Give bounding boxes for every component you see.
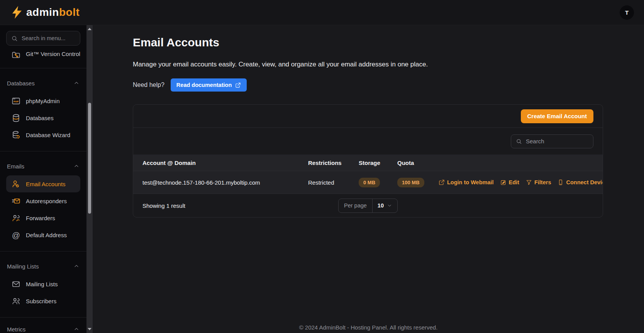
sidebar-item-email-accounts[interactable]: Email Accounts bbox=[6, 175, 80, 192]
bolt-icon bbox=[10, 4, 24, 20]
scroll-down-arrow[interactable] bbox=[86, 326, 93, 332]
sidebar-scrollbar[interactable] bbox=[86, 25, 93, 333]
sidebar-section-mailing-lists[interactable]: Mailing Lists bbox=[6, 261, 80, 272]
column-header-storage: Storage bbox=[359, 160, 397, 166]
page-title: Email Accounts bbox=[133, 36, 603, 49]
chevron-up-icon bbox=[73, 80, 80, 86]
table-search bbox=[511, 134, 593, 148]
filter-icon bbox=[526, 179, 532, 185]
connect-devices-link[interactable]: Connect Devices bbox=[558, 179, 603, 185]
sidebar-item-git-clipped: Git™ Version Control bbox=[0, 49, 86, 60]
sidebar-divider bbox=[0, 151, 86, 151]
sidebar-search-input[interactable] bbox=[22, 35, 75, 41]
sidebar-section-emails[interactable]: Emails bbox=[6, 161, 80, 172]
brand-logo[interactable]: adminbolt bbox=[10, 4, 80, 20]
results-summary: Showing 1 result bbox=[142, 202, 185, 209]
page-description: Manage your email accounts easily. Creat… bbox=[133, 61, 603, 68]
sidebar-item-label: phpMyAdmin bbox=[26, 98, 60, 104]
sidebar-item-label: Subscribers bbox=[26, 298, 56, 304]
sidebar-item-label: Mailing Lists bbox=[26, 281, 58, 287]
column-header-quota: Quota bbox=[397, 160, 439, 166]
app-window: adminbolt T Git™ Ver bbox=[0, 0, 644, 333]
help-text: Need help? bbox=[133, 82, 164, 88]
scrollbar-thumb[interactable] bbox=[88, 103, 91, 214]
table-footer: Showing 1 result Per page 10 bbox=[133, 194, 603, 217]
sidebar-item-label: Default Address bbox=[26, 232, 67, 238]
sidebar-item-label: Database Wizard bbox=[26, 132, 70, 138]
row-actions: Login to Webmail Edit bbox=[439, 179, 603, 185]
sidebar-item-forwarders[interactable]: Forwarders bbox=[6, 209, 80, 226]
login-to-webmail-link[interactable]: Login to Webmail bbox=[439, 179, 494, 185]
sidebar-item-autoresponders[interactable]: Autoresponders bbox=[6, 192, 80, 209]
sidebar-item-label: Autoresponders bbox=[26, 198, 67, 204]
chevron-up-icon bbox=[73, 263, 80, 269]
chevron-down-icon bbox=[387, 203, 392, 208]
email-accounts-icon bbox=[12, 180, 20, 189]
restrictions-cell: Restricted bbox=[308, 179, 359, 186]
column-header-restrictions: Restrictions bbox=[308, 160, 359, 166]
filters-link[interactable]: Filters bbox=[526, 179, 551, 185]
sidebar-item-databases[interactable]: Databases bbox=[6, 109, 80, 126]
database-icon bbox=[12, 114, 20, 122]
external-link-icon bbox=[439, 179, 445, 185]
main-content: Email Accounts Manage your email account… bbox=[93, 25, 644, 333]
storage-badge: 0 MB bbox=[359, 178, 380, 187]
sidebar-item-database-wizard[interactable]: Database Wizard bbox=[6, 126, 80, 143]
sidebar: Git™ Version Control Databases PHP phpMy… bbox=[0, 25, 86, 333]
edit-icon bbox=[500, 179, 507, 185]
sidebar-divider bbox=[0, 251, 86, 251]
sidebar-item-phpmyadmin[interactable]: PHP phpMyAdmin bbox=[6, 92, 80, 109]
brand-name: adminbolt bbox=[26, 6, 80, 19]
table-search-input[interactable] bbox=[526, 138, 588, 144]
sidebar-section-metrics[interactable]: Metrics bbox=[6, 324, 80, 333]
quota-badge: 100 MB bbox=[397, 178, 424, 187]
read-documentation-button[interactable]: Read documentation bbox=[171, 78, 247, 92]
chevron-up-icon bbox=[73, 163, 80, 169]
sidebar-section-databases[interactable]: Databases bbox=[6, 78, 80, 88]
sidebar-item-git-version-control[interactable]: Git™ Version Control bbox=[6, 49, 80, 60]
sidebar-divider bbox=[0, 317, 86, 318]
per-page-label: Per page bbox=[339, 199, 373, 212]
per-page-value: 10 bbox=[378, 202, 384, 209]
subscribers-icon bbox=[12, 297, 20, 306]
chevron-up-icon bbox=[73, 326, 80, 332]
create-email-account-button[interactable]: Create Email Account bbox=[521, 109, 594, 123]
table-row: test@technode.157-180-66-201.myboltip.co… bbox=[133, 171, 603, 194]
sidebar-item-label: Git™ Version Control bbox=[26, 51, 80, 57]
sidebar-item-label: Email Accounts bbox=[26, 181, 66, 187]
app-header: adminbolt T bbox=[0, 0, 644, 25]
avatar[interactable]: T bbox=[620, 5, 634, 20]
autoresponder-icon bbox=[12, 197, 20, 206]
database-wizard-icon bbox=[12, 131, 20, 139]
forwarders-icon bbox=[12, 214, 20, 223]
search-icon bbox=[516, 138, 522, 144]
envelope-icon bbox=[12, 280, 20, 289]
edit-link[interactable]: Edit bbox=[500, 179, 519, 185]
sidebar-item-label: Databases bbox=[26, 115, 54, 121]
git-folder-icon bbox=[12, 51, 20, 59]
search-icon bbox=[11, 35, 18, 42]
column-header-account: Account @ Domain bbox=[142, 160, 308, 166]
external-link-icon bbox=[235, 82, 241, 88]
account-cell: test@technode.157-180-66-201.myboltip.co… bbox=[142, 179, 308, 186]
sidebar-item-subscribers[interactable]: Subscribers bbox=[6, 292, 80, 309]
email-accounts-card: Create Email Account Account @ Domain Re… bbox=[133, 104, 603, 217]
sidebar-divider bbox=[0, 68, 86, 68]
scroll-up-arrow[interactable] bbox=[86, 26, 93, 32]
sidebar-search bbox=[6, 31, 80, 46]
sidebar-item-mailing-lists[interactable]: Mailing Lists bbox=[6, 275, 80, 292]
table-header-row: Account @ Domain Restrictions Storage Qu… bbox=[133, 155, 603, 171]
copyright-text: © 2024 AdminBolt - Hosting Panel. All ri… bbox=[93, 324, 644, 331]
sidebar-item-label: Forwarders bbox=[26, 215, 55, 221]
sidebar-item-default-address[interactable]: @ Default Address bbox=[6, 226, 80, 243]
at-sign-icon: @ bbox=[12, 231, 20, 240]
svg-text:PHP: PHP bbox=[14, 100, 19, 102]
smartphone-icon bbox=[558, 179, 564, 185]
phpmyadmin-icon: PHP bbox=[12, 97, 20, 105]
per-page-control[interactable]: Per page 10 bbox=[338, 199, 398, 213]
